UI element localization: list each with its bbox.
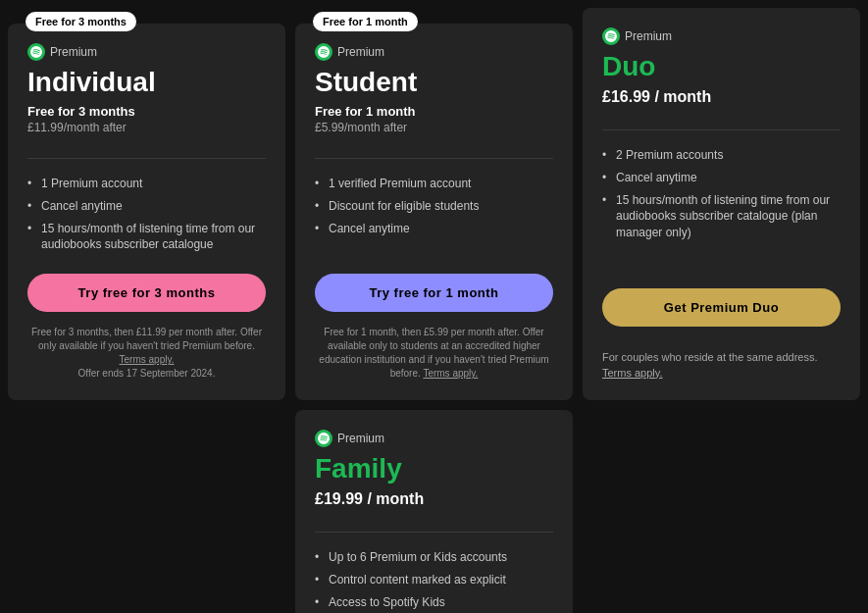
student-badge: Free for 1 month [313,12,418,31]
student-spotify-logo: Premium [315,43,553,61]
student-fine-print: Free for 1 month, then £5.99 per month a… [315,326,553,381]
individual-feature-3: 15 hours/month of listening time from ou… [27,218,266,257]
individual-badge: Free for 3 months [26,12,136,31]
individual-price-after: £11.99/month after [27,121,266,134]
duo-card: Premium Duo £16.99 / month 2 Premium acc… [583,8,860,400]
individual-fine-print: Free for 3 months, then £11.99 per month… [27,326,266,381]
individual-divider [27,158,266,159]
duo-plan-name: Duo [602,51,841,82]
student-premium-label: Premium [337,45,384,59]
spotify-icon-duo [602,27,620,45]
student-feature-1: 1 verified Premium account [315,173,553,195]
individual-cta-button[interactable]: Try free for 3 months [27,274,266,312]
family-price: £19.99 / month [315,490,553,508]
student-terms-link[interactable]: Terms apply. [423,368,478,379]
duo-features: 2 Premium accounts Cancel anytime 15 hou… [602,144,841,271]
individual-card: Free for 3 months Premium Individual Fre… [8,24,285,400]
duo-terms-link[interactable]: Terms apply. [602,367,663,379]
individual-feature-2: Cancel anytime [27,195,266,218]
duo-feature-2: Cancel anytime [602,167,841,189]
duo-premium-label: Premium [625,29,672,43]
family-feature-2: Control content marked as explicit [315,569,553,591]
family-features: Up to 6 Premium or Kids accounts Control… [315,546,553,613]
family-divider [315,532,553,533]
spotify-icon-family [315,430,332,447]
student-cta-button[interactable]: Try free for 1 month [315,274,553,312]
student-plan-name: Student [315,67,553,98]
spotify-icon-individual [27,43,45,61]
duo-cta-button[interactable]: Get Premium Duo [602,288,841,327]
family-plan-name: Family [315,453,553,485]
family-premium-label: Premium [337,432,384,445]
individual-premium-label: Premium [50,45,97,59]
individual-plan-name: Individual [27,67,266,98]
family-card: Premium Family £19.99 / month Up to 6 Pr… [295,410,573,613]
individual-spotify-logo: Premium [27,43,266,61]
student-feature-2: Discount for eligible students [315,195,553,218]
student-price-after: £5.99/month after [315,121,553,134]
student-feature-3: Cancel anytime [315,218,553,240]
individual-features: 1 Premium account Cancel anytime 15 hour… [27,173,266,256]
family-feature-3: Access to Spotify Kids [315,591,553,613]
individual-feature-1: 1 Premium account [27,173,266,195]
plans-grid: Free for 3 months Premium Individual Fre… [8,8,860,613]
family-spotify-logo: Premium [315,430,553,447]
student-card: Free for 1 month Premium Student Free fo… [295,24,573,400]
duo-feature-3: 15 hours/month of listening time from ou… [602,189,841,244]
spotify-icon-student [315,43,332,61]
student-free-period: Free for 1 month [315,104,553,119]
family-feature-1: Up to 6 Premium or Kids accounts [315,546,553,569]
duo-feature-1: 2 Premium accounts [602,144,841,167]
duo-price: £16.99 / month [602,88,841,106]
student-divider [315,158,553,159]
duo-spotify-logo: Premium [602,27,841,45]
student-features: 1 verified Premium account Discount for … [315,173,553,256]
duo-couples-note: For couples who reside at the same addre… [602,350,841,381]
individual-free-period: Free for 3 months [27,104,266,119]
duo-divider [602,129,841,130]
individual-terms-link[interactable]: Terms apply. [120,354,175,365]
